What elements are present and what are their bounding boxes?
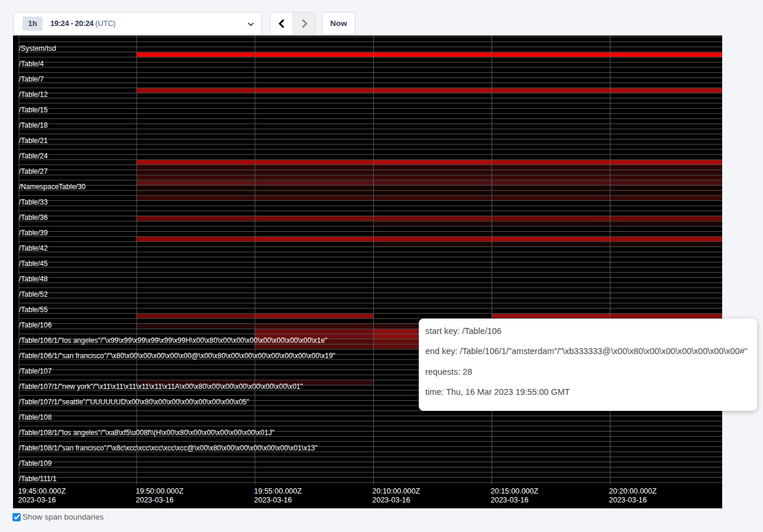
svg-text:/Table/18: /Table/18 [19, 121, 48, 129]
svg-text:19:50:00.000Z: 19:50:00.000Z [136, 487, 184, 495]
svg-text:/Table/108: /Table/108 [19, 413, 52, 421]
svg-text:/Table/106/1/"san francisco"/": /Table/106/1/"san francisco"/"\x80\x00\x… [19, 352, 335, 360]
svg-text:20:15:00.000Z: 20:15:00.000Z [491, 487, 539, 495]
svg-text:/NamespaceTable/30: /NamespaceTable/30 [19, 183, 86, 191]
svg-text:2023-03-16: 2023-03-16 [136, 496, 174, 504]
svg-text:/Table/108/1/"san francisco"/": /Table/108/1/"san francisco"/"\x8c\xcc\x… [19, 444, 318, 452]
svg-text:/Table/107/1/"new york"/"\x11\: /Table/107/1/"new york"/"\x11\x11\x11\x1… [19, 382, 303, 391]
svg-text:/Table/107: /Table/107 [19, 367, 52, 375]
svg-text:/Table/106/1/"los angeles"/"\x: /Table/106/1/"los angeles"/"\x99\x99\x99… [19, 336, 327, 345]
svg-text:/Table/39: /Table/39 [19, 229, 48, 237]
svg-text:20:20:00.000Z: 20:20:00.000Z [609, 487, 657, 495]
svg-text:/Table/108/1/"los angeles"/"\x: /Table/108/1/"los angeles"/"\xa8\xf5\u00… [19, 429, 274, 437]
svg-text:/Table/107/1/"seattle"/"UUUUUU: /Table/107/1/"seattle"/"UUUUUUD\x00\x80\… [19, 398, 249, 406]
svg-text:2023-03-16: 2023-03-16 [254, 496, 292, 504]
svg-text:2023-03-16: 2023-03-16 [491, 496, 529, 504]
svg-text:19:55:00.000Z: 19:55:00.000Z [254, 487, 302, 495]
svg-text:/Table/27: /Table/27 [19, 167, 48, 176]
svg-text:/Table/106: /Table/106 [19, 321, 52, 329]
svg-text:/Table/111/1: /Table/111/1 [19, 475, 57, 483]
svg-text:/Table/4: /Table/4 [19, 60, 44, 68]
svg-text:2023-03-16: 2023-03-16 [609, 496, 647, 504]
svg-text:20:10:00.000Z: 20:10:00.000Z [373, 487, 421, 495]
svg-text:/Table/33: /Table/33 [19, 198, 48, 206]
svg-text:/Table/52: /Table/52 [19, 290, 48, 299]
svg-text:/Table/15: /Table/15 [19, 106, 48, 114]
svg-text:/Table/21: /Table/21 [19, 137, 48, 145]
svg-text:/Table/12: /Table/12 [19, 90, 48, 99]
svg-text:/Table/42: /Table/42 [19, 244, 48, 252]
svg-text:/Table/36: /Table/36 [19, 213, 48, 222]
svg-text:/Table/48: /Table/48 [19, 275, 48, 283]
svg-text:/Table/109: /Table/109 [19, 459, 52, 468]
svg-text:/Table/7: /Table/7 [19, 75, 44, 83]
svg-text:/Table/45: /Table/45 [19, 259, 48, 268]
svg-text:2023-03-16: 2023-03-16 [373, 496, 410, 504]
svg-text:/Table/24: /Table/24 [19, 152, 48, 160]
svg-text:19:45:00.000Z: 19:45:00.000Z [18, 487, 66, 495]
svg-text:/System/tsd: /System/tsd [19, 44, 56, 53]
svg-text:/Table/55: /Table/55 [19, 306, 48, 314]
svg-text:2023-03-16: 2023-03-16 [18, 496, 56, 504]
